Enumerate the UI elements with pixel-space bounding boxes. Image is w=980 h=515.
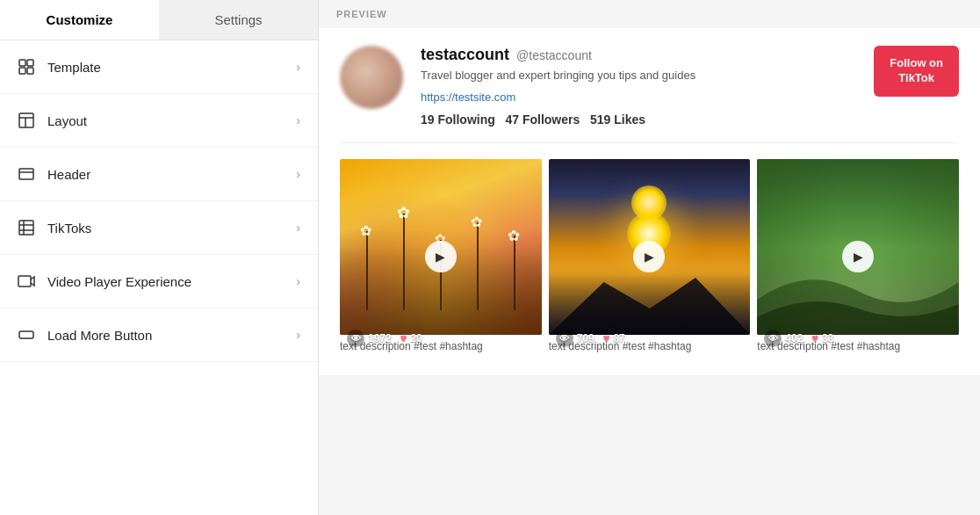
play-button-2[interactable]: ▶ bbox=[633, 241, 665, 272]
profile-section: testaccount @testaccount Travel blogger … bbox=[340, 46, 959, 143]
video-card-2[interactable]: ▶ 👁 709 ♥ 87 text description #test #has… bbox=[549, 159, 751, 354]
profile-info: testaccount @testaccount Travel blogger … bbox=[421, 46, 874, 127]
video-stats-2: 👁 709 ♥ 87 bbox=[549, 330, 751, 347]
view-count-3: 👁 402 bbox=[764, 330, 803, 347]
like-count-1: ♥ 20 bbox=[400, 331, 422, 345]
menu-list: Template › Layout › Heade bbox=[0, 40, 318, 515]
menu-label-load-more: Load More Button bbox=[47, 328, 296, 343]
chevron-icon-template: › bbox=[296, 60, 300, 74]
profile-name: testaccount bbox=[421, 46, 509, 64]
likes-count: 519 bbox=[590, 112, 610, 127]
svg-rect-1 bbox=[27, 60, 33, 66]
svg-rect-9 bbox=[19, 221, 33, 235]
profile-name-row: testaccount @testaccount bbox=[421, 46, 874, 64]
follow-tiktok-button[interactable]: Follow onTikTok bbox=[874, 46, 959, 97]
right-panel: PREVIEW testaccount @testaccount Travel … bbox=[319, 0, 980, 515]
heart-icon-1: ♥ bbox=[400, 331, 407, 345]
menu-label-video-player: Video Player Experience bbox=[47, 274, 296, 289]
menu-item-layout[interactable]: Layout › bbox=[0, 94, 318, 148]
play-button-3[interactable]: ▶ bbox=[842, 241, 874, 272]
tab-bar: Customize Settings bbox=[0, 0, 318, 40]
chevron-icon-video: › bbox=[296, 274, 300, 288]
eye-icon-1: 👁 bbox=[347, 330, 364, 347]
chevron-icon-tiktoks: › bbox=[296, 221, 300, 235]
eye-icon-2: 👁 bbox=[556, 330, 573, 347]
heart-icon-3: ♥ bbox=[811, 331, 818, 345]
like-count-3: ♥ 33 bbox=[811, 331, 833, 345]
grid-icon bbox=[18, 58, 35, 76]
svg-rect-13 bbox=[18, 276, 31, 287]
menu-label-header: Header bbox=[47, 167, 296, 182]
followers-label: Followers bbox=[522, 112, 580, 127]
button-icon bbox=[18, 326, 35, 344]
menu-item-template[interactable]: Template › bbox=[0, 40, 318, 94]
like-count-2: ♥ 87 bbox=[603, 331, 625, 345]
videos-grid: ✿ ✿ ✿ ✿ ✿ bbox=[340, 159, 959, 354]
eye-icon-3: 👁 bbox=[764, 330, 782, 347]
tiktoks-icon bbox=[18, 219, 35, 236]
svg-rect-4 bbox=[19, 113, 33, 127]
chevron-icon-header: › bbox=[296, 167, 300, 181]
video-stats-3: 👁 402 ♥ 33 bbox=[757, 330, 959, 347]
menu-label-template: Template bbox=[47, 60, 296, 75]
svg-rect-3 bbox=[27, 68, 33, 74]
play-button-1[interactable]: ▶ bbox=[425, 241, 457, 272]
tab-customize[interactable]: Customize bbox=[0, 0, 159, 40]
following-count: 19 bbox=[421, 112, 435, 127]
view-count-2: 👁 709 bbox=[556, 330, 594, 347]
profile-bio: Travel blogger and expert bringing you t… bbox=[421, 68, 874, 83]
svg-rect-14 bbox=[19, 331, 33, 338]
menu-item-load-more[interactable]: Load More Button › bbox=[0, 308, 318, 362]
layout-icon bbox=[18, 112, 35, 129]
video-stats-1: 👁 1972 ♥ 20 bbox=[340, 330, 542, 347]
chevron-icon-load-more: › bbox=[296, 328, 300, 342]
heart-icon-2: ♥ bbox=[603, 331, 610, 345]
left-panel: Customize Settings Template › bbox=[0, 0, 319, 515]
preview-content: testaccount @testaccount Travel blogger … bbox=[319, 28, 980, 375]
followers-count: 47 bbox=[505, 112, 519, 127]
following-label: Following bbox=[437, 112, 494, 127]
svg-rect-0 bbox=[19, 60, 25, 66]
profile-link[interactable]: https://testsite.com bbox=[421, 91, 874, 104]
profile-handle: @testaccount bbox=[516, 48, 592, 62]
video-icon bbox=[18, 272, 35, 290]
view-count-1: 👁 1972 bbox=[347, 330, 392, 347]
svg-rect-2 bbox=[19, 68, 25, 74]
svg-rect-7 bbox=[19, 169, 33, 179]
video-card-1[interactable]: ✿ ✿ ✿ ✿ ✿ bbox=[340, 159, 542, 354]
avatar bbox=[340, 46, 403, 109]
menu-label-tiktoks: TikToks bbox=[47, 221, 296, 236]
header-icon bbox=[18, 165, 35, 183]
menu-item-tiktoks[interactable]: TikToks › bbox=[0, 201, 318, 255]
profile-stats: 19 Following 47 Followers 519 Likes bbox=[421, 112, 874, 127]
menu-label-layout: Layout bbox=[47, 113, 296, 128]
chevron-icon-layout: › bbox=[296, 113, 300, 127]
preview-label: PREVIEW bbox=[319, 0, 980, 28]
tab-settings[interactable]: Settings bbox=[159, 0, 318, 40]
likes-label: Likes bbox=[614, 112, 645, 127]
menu-item-header[interactable]: Header › bbox=[0, 148, 318, 201]
menu-item-video-player[interactable]: Video Player Experience › bbox=[0, 255, 318, 308]
video-card-3[interactable]: ▶ 👁 402 ♥ 33 text description #test #has… bbox=[757, 159, 959, 354]
